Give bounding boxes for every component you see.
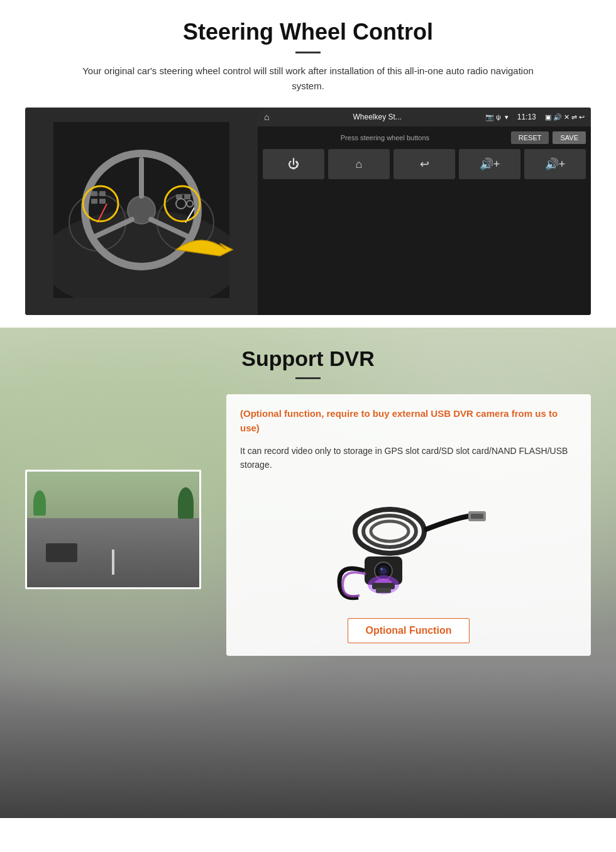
svg-point-30 xyxy=(380,568,383,570)
dvr-tree-1 xyxy=(33,490,46,516)
dvr-car xyxy=(46,543,77,562)
wifi-icon: ▾ xyxy=(505,113,509,121)
dvr-camera-image xyxy=(240,481,577,607)
svg-rect-34 xyxy=(376,588,391,593)
dvr-right-panel: (Optional function, require to buy exter… xyxy=(226,394,591,656)
steering-subtitle: Your original car's steering wheel contr… xyxy=(69,64,547,94)
svg-rect-25 xyxy=(471,514,483,519)
reset-button[interactable]: RESET xyxy=(511,131,549,144)
steering-arrow xyxy=(170,224,245,277)
android-control-row: Press steering wheel buttons RESET SAVE xyxy=(263,131,586,144)
steering-section: Steering Wheel Control Your original car… xyxy=(0,0,616,328)
app-title: Wheelkey St... xyxy=(273,113,481,121)
android-prompt: Press steering wheel buttons xyxy=(263,134,507,141)
back-btn[interactable]: ↩ xyxy=(393,149,455,179)
android-body: Press steering wheel buttons RESET SAVE … xyxy=(258,126,591,315)
svg-rect-14 xyxy=(99,191,106,196)
android-statusbar: ⌂ Wheelkey St... 📷 ψ ▾ 11:13 ▣ 🔊 ✕ ⇌ ↩ xyxy=(258,108,591,126)
dvr-thumbnail xyxy=(25,470,201,589)
dvr-left-panel xyxy=(25,470,214,589)
svg-point-23 xyxy=(371,521,409,541)
dvr-tree-2 xyxy=(178,487,194,519)
vol-up-btn[interactable]: 🔊+ xyxy=(459,149,520,179)
steering-title: Steering Wheel Control xyxy=(25,19,591,45)
android-function-buttons: ⏻ ⌂ ↩ 🔊+ 🔊+ xyxy=(263,149,586,179)
android-screen: ⌂ Wheelkey St... 📷 ψ ▾ 11:13 ▣ 🔊 ✕ ⇌ ↩ P… xyxy=(258,108,591,315)
optional-function-button[interactable]: Optional Function xyxy=(348,618,470,643)
dvr-divider xyxy=(295,377,321,379)
svg-rect-18 xyxy=(184,194,190,199)
power-btn[interactable]: ⏻ xyxy=(263,149,324,179)
dvr-road-line xyxy=(112,550,114,575)
dvr-info-box: (Optional function, require to buy exter… xyxy=(226,394,591,656)
dvr-content: Support DVR (Optional funct xyxy=(0,328,616,675)
steering-composite-image: ⌂ Wheelkey St... 📷 ψ ▾ 11:13 ▣ 🔊 ✕ ⇌ ↩ P… xyxy=(25,108,591,315)
icons-area: 📷 ψ xyxy=(485,113,501,121)
home-btn[interactable]: ⌂ xyxy=(328,149,390,179)
dvr-optional-note: (Optional function, require to buy exter… xyxy=(240,407,577,435)
dvr-description: It can record video only to storage in G… xyxy=(240,444,577,472)
svg-rect-15 xyxy=(91,199,97,204)
status-time: 11:13 xyxy=(517,113,536,121)
optional-function-container: Optional Function xyxy=(240,616,577,643)
svg-rect-16 xyxy=(99,199,106,204)
dvr-title: Support DVR xyxy=(25,346,591,371)
status-icons: ▣ 🔊 ✕ ⇌ ↩ xyxy=(545,113,585,121)
vol-up2-btn[interactable]: 🔊+ xyxy=(524,149,586,179)
dvr-camera-svg xyxy=(327,481,490,607)
home-icon: ⌂ xyxy=(264,112,269,122)
save-button[interactable]: SAVE xyxy=(553,131,586,144)
steering-divider xyxy=(295,52,321,53)
steering-photo xyxy=(25,108,258,315)
dvr-main-layout: (Optional function, require to buy exter… xyxy=(25,394,591,656)
svg-rect-13 xyxy=(91,191,97,196)
dvr-section: Support DVR (Optional funct xyxy=(0,328,616,818)
